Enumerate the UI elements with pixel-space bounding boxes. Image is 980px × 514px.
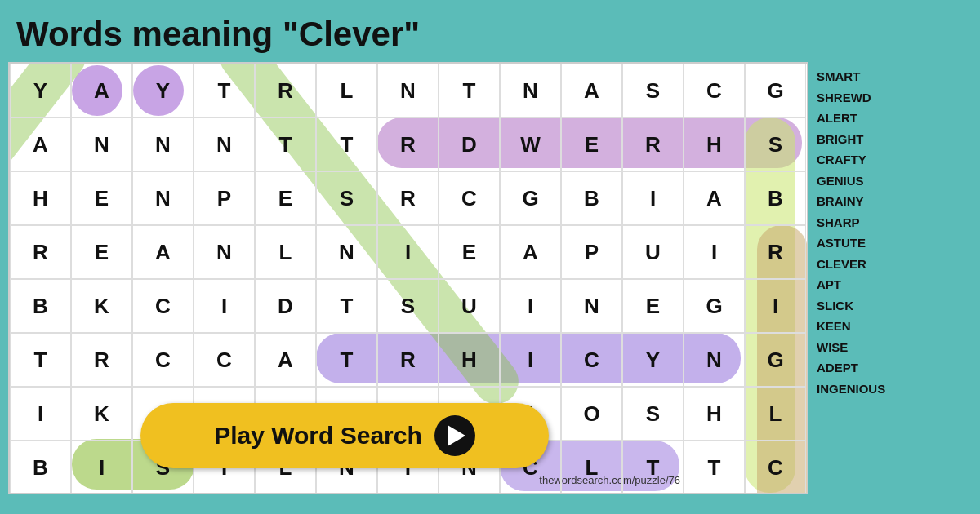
cell-r0-c0[interactable]: Y	[10, 64, 71, 117]
word-item-keen: KEEN	[817, 316, 931, 337]
cell-r3-c1[interactable]: E	[71, 225, 132, 279]
cell-r0-c11[interactable]: C	[684, 64, 745, 117]
cell-r3-c10[interactable]: U	[622, 225, 684, 279]
cell-r1-c9[interactable]: E	[561, 117, 622, 171]
cell-r1-c5[interactable]: T	[316, 117, 377, 171]
cell-r4-c12[interactable]: I	[745, 279, 806, 333]
cell-r3-c11[interactable]: I	[684, 225, 745, 279]
cell-r4-c8[interactable]: I	[500, 279, 561, 333]
cell-r0-c10[interactable]: S	[622, 64, 684, 117]
cell-r0-c5[interactable]: L	[316, 64, 377, 117]
cell-r3-c8[interactable]: A	[500, 225, 561, 279]
cell-r5-c1[interactable]: R	[71, 333, 132, 387]
play-button[interactable]: Play Word Search	[140, 403, 549, 468]
cell-r7-c10[interactable]: T	[622, 441, 684, 494]
cell-r3-c12[interactable]: R	[745, 225, 806, 279]
cell-r2-c6[interactable]: R	[377, 171, 439, 225]
cell-r5-c0[interactable]: T	[10, 333, 71, 387]
cell-r2-c11[interactable]: A	[684, 171, 745, 225]
word-item-slick: SLICK	[817, 295, 931, 317]
word-item-ingenious: INGENIOUS	[817, 379, 931, 400]
cell-r4-c7[interactable]: U	[439, 279, 500, 333]
cell-r3-c6[interactable]: I	[377, 225, 439, 279]
cell-r1-c6[interactable]: R	[377, 117, 439, 171]
cell-r3-c3[interactable]: N	[194, 225, 255, 279]
cell-r1-c0[interactable]: A	[10, 117, 71, 171]
cell-r3-c2[interactable]: A	[132, 225, 194, 279]
cell-r2-c4[interactable]: E	[255, 171, 316, 225]
cell-r2-c9[interactable]: B	[561, 171, 622, 225]
cell-r6-c12[interactable]: L	[745, 387, 806, 441]
cell-r4-c0[interactable]: B	[10, 279, 71, 333]
cell-r2-c2[interactable]: N	[132, 171, 194, 225]
cell-r2-c7[interactable]: C	[439, 171, 500, 225]
cell-r5-c12[interactable]: G	[745, 333, 806, 387]
cell-r7-c9[interactable]: L	[561, 441, 622, 494]
cell-r4-c4[interactable]: D	[255, 279, 316, 333]
cell-r4-c5[interactable]: T	[316, 279, 377, 333]
cell-r1-c4[interactable]: T	[255, 117, 316, 171]
cell-r0-c7[interactable]: T	[439, 64, 500, 117]
cell-r3-c0[interactable]: R	[10, 225, 71, 279]
cell-r1-c7[interactable]: D	[439, 117, 500, 171]
cell-r3-c4[interactable]: L	[255, 225, 316, 279]
cell-r0-c3[interactable]: T	[194, 64, 255, 117]
word-item-astute: ASTUTE	[817, 233, 931, 254]
cell-r4-c6[interactable]: S	[377, 279, 439, 333]
cell-r2-c1[interactable]: E	[71, 171, 132, 225]
cell-r5-c5[interactable]: T	[316, 333, 377, 387]
cell-r2-c5[interactable]: S	[316, 171, 377, 225]
cell-r7-c12[interactable]: C	[745, 441, 806, 494]
cell-r6-c10[interactable]: S	[622, 387, 684, 441]
cell-r6-c9[interactable]: O	[561, 387, 622, 441]
cell-r0-c2[interactable]: Y	[132, 64, 194, 117]
cell-r5-c3[interactable]: C	[194, 333, 255, 387]
cell-r4-c11[interactable]: G	[684, 279, 745, 333]
cell-r4-c10[interactable]: E	[622, 279, 684, 333]
cell-r2-c3[interactable]: P	[194, 171, 255, 225]
cell-r1-c10[interactable]: R	[622, 117, 684, 171]
cell-r5-c4[interactable]: A	[255, 333, 316, 387]
cell-r5-c7[interactable]: H	[439, 333, 500, 387]
cell-r5-c11[interactable]: N	[684, 333, 745, 387]
cell-r4-c3[interactable]: I	[194, 279, 255, 333]
cell-r3-c7[interactable]: E	[439, 225, 500, 279]
cell-r0-c8[interactable]: N	[500, 64, 561, 117]
cell-r2-c0[interactable]: H	[10, 171, 71, 225]
cell-r5-c8[interactable]: I	[500, 333, 561, 387]
cell-r0-c9[interactable]: A	[561, 64, 622, 117]
cell-r7-c0[interactable]: B	[10, 441, 71, 494]
cell-r4-c1[interactable]: K	[71, 279, 132, 333]
cell-r5-c6[interactable]: R	[377, 333, 439, 387]
word-item-crafty: CRAFTY	[817, 149, 931, 171]
cell-r7-c1[interactable]: I	[71, 441, 132, 494]
play-button-label: Play Word Search	[214, 422, 422, 450]
play-triangle-icon	[448, 425, 466, 446]
cell-r6-c11[interactable]: H	[684, 387, 745, 441]
cell-r3-c9[interactable]: P	[561, 225, 622, 279]
cell-r2-c12[interactable]: B	[745, 171, 806, 225]
cell-r6-c0[interactable]: I	[10, 387, 71, 441]
cell-r0-c6[interactable]: N	[377, 64, 439, 117]
word-item-alert: ALERT	[817, 108, 931, 129]
cell-r5-c2[interactable]: C	[132, 333, 194, 387]
cell-r5-c9[interactable]: C	[561, 333, 622, 387]
cell-r3-c5[interactable]: N	[316, 225, 377, 279]
cell-r1-c12[interactable]: S	[745, 117, 806, 171]
cell-r1-c8[interactable]: W	[500, 117, 561, 171]
cell-r2-c8[interactable]: G	[500, 171, 561, 225]
cell-r0-c1[interactable]: A	[71, 64, 132, 117]
cell-r4-c9[interactable]: N	[561, 279, 622, 333]
cell-r1-c3[interactable]: N	[194, 117, 255, 171]
cell-r6-c1[interactable]: K	[71, 387, 132, 441]
cell-r4-c2[interactable]: C	[132, 279, 194, 333]
cell-r1-c11[interactable]: H	[684, 117, 745, 171]
cell-r5-c10[interactable]: Y	[622, 333, 684, 387]
cell-r2-c10[interactable]: I	[622, 171, 684, 225]
cell-r0-c4[interactable]: R	[255, 64, 316, 117]
puzzle-container[interactable]: YAYTRLNTNASCGANNNTTRDWERHSHENPESRCGBIABR…	[8, 62, 808, 494]
cell-r1-c1[interactable]: N	[71, 117, 132, 171]
cell-r0-c12[interactable]: G	[745, 64, 806, 117]
cell-r1-c2[interactable]: N	[132, 117, 194, 171]
cell-r7-c11[interactable]: T	[684, 441, 745, 494]
